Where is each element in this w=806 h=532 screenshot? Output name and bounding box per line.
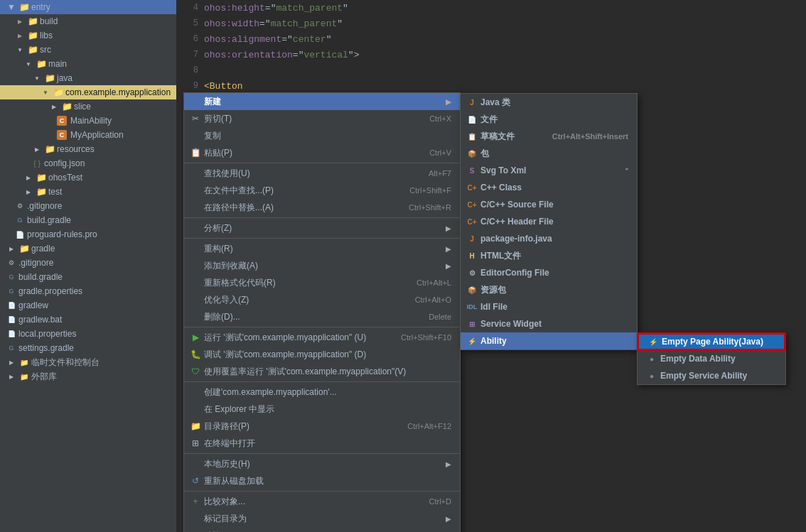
tree-item-gitignore2[interactable]: ⚙ .gitignore — [0, 256, 176, 270]
divider-5 — [184, 381, 460, 382]
debug-icon: 🐛 — [190, 349, 201, 359]
tree-item-buildgradle[interactable]: G build.gradle — [0, 213, 176, 227]
new-html[interactable]: H HTML文件 — [461, 247, 637, 264]
menu-item-local-history[interactable]: 本地历史(H) ▶ — [184, 455, 460, 472]
new-resource-file[interactable]: 📋 草稿文件 Ctrl+Alt+Shift+Insert — [461, 128, 637, 145]
label-html: HTML文件 — [480, 250, 521, 262]
menu-item-refactor[interactable]: 重构(R) ▶ — [184, 240, 460, 257]
tree-item-entry[interactable]: ▼ 📁 entry — [0, 0, 176, 14]
tree-item-libs[interactable]: ▶ 📁 libs — [0, 28, 176, 43]
tree-item-ohostest[interactable]: ▶ 📁 ohosTest — [0, 170, 176, 185]
menu-label-analyze: 分析(Z) — [204, 222, 232, 234]
tree-item-buildgradle2[interactable]: G build.gradle — [0, 270, 176, 284]
menu-label-cut: 剪切(T) — [204, 113, 232, 125]
tree-item-resources[interactable]: ▶ 📁 resources — [0, 142, 176, 156]
file-icon-localprops: 📄 — [6, 328, 17, 340]
new-cpp-class[interactable]: C+ C++ Class — [461, 179, 637, 196]
tree-item-gitignore[interactable]: ⚙ .gitignore — [0, 199, 176, 213]
new-java-class[interactable]: J Java 类 — [461, 94, 637, 111]
tree-item-src[interactable]: ▼ 📁 src — [0, 43, 176, 57]
service-ability-icon: ● — [646, 372, 657, 380]
menu-item-compare[interactable]: + 比较对象... Ctrl+D — [184, 493, 460, 510]
tree-item-settings[interactable]: G settings.gradle — [0, 341, 176, 355]
menu-item-find-file[interactable]: 在文件中查找...(P) Ctrl+Shift+F — [184, 182, 460, 199]
file-icon-gradlewbat: 📄 — [6, 314, 17, 325]
menu-item-analyze[interactable]: 分析(Z) ▶ — [184, 219, 460, 237]
ability-empty-service[interactable]: ● Empty Service Ability — [638, 367, 785, 384]
menu-item-coverage[interactable]: 🛡 使用覆盖率运行 '测试'com.example.myapplication"… — [184, 363, 460, 380]
folder-icon: 📁 — [18, 1, 30, 13]
tree-item-main[interactable]: ▼ 📁 main — [0, 57, 176, 71]
editor-config-icon: ⚙ — [466, 269, 478, 277]
tree-label-libs: libs — [40, 31, 53, 40]
menu-item-find-usages[interactable]: 查找使用(U) Alt+F7 — [184, 165, 460, 182]
menu-item-optimize[interactable]: 优化导入(Z) Ctrl+Alt+O — [184, 291, 460, 308]
menu-item-paste[interactable]: 📋 粘贴(P) Ctrl+V — [184, 144, 460, 161]
gradle-icon: G — [14, 215, 26, 226]
new-file[interactable]: 📄 文件 — [461, 111, 637, 128]
tree-item-external[interactable]: ▶ 📁 外部库 — [0, 369, 176, 384]
new-service-widget[interactable]: ⊞ Service Widget — [461, 315, 637, 332]
label-svg: Svg To Xml — [480, 165, 526, 175]
menu-label-create: 创建'com.example.myapplication'... — [204, 386, 337, 398]
new-idl-file[interactable]: IDL Idl File — [461, 298, 637, 315]
menu-item-terminal[interactable]: ⊞ 在终端中打开 — [184, 435, 460, 452]
new-cpp-source[interactable]: C+ C/C++ Source File — [461, 196, 637, 213]
java-icon-main: C — [57, 116, 67, 126]
menu-item-cut[interactable]: ✂ 剪切(T) Ctrl+X — [184, 110, 460, 127]
menu-item-dir-path[interactable]: 📁 目录路径(P) Ctrl+Alt+F12 — [184, 418, 460, 435]
dirpath-icon: 📁 — [190, 421, 201, 431]
menu-item-debug[interactable]: 🐛 调试 '测试'com.example.myapplication" (D) — [184, 346, 460, 363]
tree-item-config[interactable]: { } config.json — [0, 156, 176, 170]
tree-item-gradlewbat[interactable]: 📄 gradlew.bat — [0, 313, 176, 327]
tree-item-myapplication[interactable]: C MyApplication — [0, 128, 176, 142]
label-resource-file: 草稿文件 — [480, 131, 515, 143]
menu-item-reformat[interactable]: 重新格式化代码(R) Ctrl+Alt+L — [184, 274, 460, 291]
ability-empty-page[interactable]: ⚡ Empty Page Ability(Java) — [638, 333, 785, 350]
new-package[interactable]: 📦 包 — [461, 145, 637, 162]
data-ability-icon: ● — [646, 355, 657, 363]
tree-item-gradleprops[interactable]: G gradle.properties — [0, 284, 176, 298]
triangle-icon-main: ▼ — [23, 58, 34, 70]
label-cpp-class: C++ Class — [480, 183, 522, 192]
tree-item-localprops[interactable]: 📄 local.properties — [0, 327, 176, 341]
ability-empty-data[interactable]: ● Empty Data Ability — [638, 350, 785, 367]
new-package-info[interactable]: J package-info.java — [461, 230, 637, 247]
menu-item-delete[interactable]: 删除(D)... Delete — [184, 308, 460, 325]
new-editor-config[interactable]: ⚙ EditorConfig File — [461, 264, 637, 281]
menu-item-create-module[interactable]: 创建'com.example.myapplication'... — [184, 384, 460, 401]
tree-label-settings: settings.gradle — [18, 343, 74, 353]
new-svg-xml[interactable]: S Svg To Xml " — [461, 162, 637, 179]
tree-item-build[interactable]: ▶ 📁 build — [0, 14, 176, 28]
tree-item-java[interactable]: ▼ 📁 java — [0, 71, 176, 85]
tree-item-mainability[interactable]: C MainAbility — [0, 114, 176, 128]
folder-icon-libs: 📁 — [27, 30, 38, 41]
new-cpp-header[interactable]: C+ C/C++ Header File — [461, 213, 637, 230]
refactor-arrow: ▶ — [446, 245, 451, 253]
menu-label-debug: 调试 '测试'com.example.myapplication" (D) — [204, 349, 366, 361]
tree-item-test[interactable]: ▶ 📁 test — [0, 185, 176, 199]
submenu-ability: ⚡ Empty Page Ability(Java) ● Empty Data … — [637, 332, 786, 385]
new-ability[interactable]: ⚡ Ability ⚡ Empty Page Ability(Java) ● E… — [461, 332, 637, 349]
menu-item-replace[interactable]: 在路径中替换...(A) Ctrl+Shift+R — [184, 199, 460, 216]
menu-item-bookmark[interactable]: 添加到收藏(A) ▶ — [184, 257, 460, 274]
tree-item-temp[interactable]: ▶ 📁 临时文件和控制台 — [0, 355, 176, 369]
menu-label-copy: 复制 — [204, 130, 221, 142]
menu-item-remove-bom[interactable]: 移除 BOM — [184, 527, 460, 532]
tree-item-gradle-root[interactable]: ▶ 📁 gradle — [0, 241, 176, 256]
menu-item-copy[interactable]: 复制 — [184, 127, 460, 144]
menu-item-reload[interactable]: ↺ 重新从磁盘加载 — [184, 472, 460, 489]
tree-item-proguard[interactable]: 📄 proguard-rules.pro — [0, 227, 176, 241]
menu-item-run[interactable]: ▶ 运行 '测试'com.example.myapplication" (U) … — [184, 329, 460, 346]
tree-item-gradlew[interactable]: 📄 gradlew — [0, 298, 176, 313]
new-resource-bundle[interactable]: 📦 资源包 — [461, 281, 637, 298]
tree-item-package[interactable]: ▼ 📁 com.example.myapplication — [0, 85, 176, 99]
tree-label-mainability: MainAbility — [70, 116, 112, 126]
menu-item-show-explorer[interactable]: 在 Explorer 中显示 — [184, 401, 460, 418]
package-icon: 📦 — [466, 150, 478, 158]
menu-item-mark-dir[interactable]: 标记目录为 ▶ — [184, 510, 460, 527]
menu-item-new[interactable]: 新建 ▶ J Java 类 📄 文件 📋 草稿文件 — [184, 93, 460, 110]
widget-icon: ⊞ — [466, 320, 478, 328]
tree-item-slice[interactable]: ▶ 📁 slice — [0, 99, 176, 114]
tree-label-external: 外部库 — [31, 371, 57, 383]
